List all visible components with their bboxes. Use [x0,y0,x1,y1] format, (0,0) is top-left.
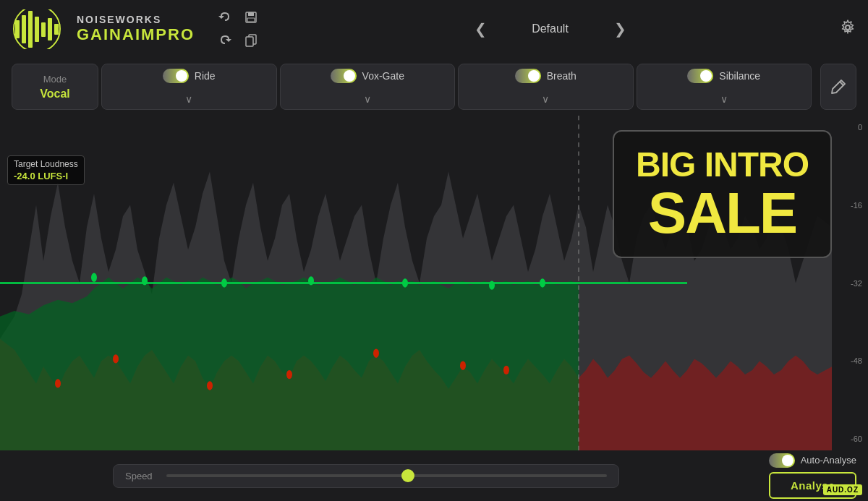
watermark: AUD.OZ [823,484,862,495]
svg-rect-2 [28,11,33,48]
copy-icon [244,33,258,48]
save-icon [244,10,258,25]
edit-button[interactable] [820,64,856,110]
speed-section: Speed [113,464,619,488]
svg-point-17 [91,273,97,282]
svg-rect-6 [54,24,59,35]
sale-big-intro-text: BIG INTRO [636,146,809,184]
mode-label: Mode [43,74,67,85]
svg-rect-9 [248,12,254,16]
sibilance-label: Sibilance [719,70,760,82]
gear-icon [839,19,856,36]
vox-gate-chevron[interactable]: ∨ [364,93,371,105]
copy-button[interactable] [241,30,261,51]
bottom-area: Speed Auto-Analyse Analyse [0,450,868,501]
brand-area: NOISEWORKS GAINAIMPRO [77,14,195,44]
breath-chevron[interactable]: ∨ [542,93,549,105]
vox-gate-section: Vox-Gate ∨ [280,64,456,110]
app-container: NOISEWORKS GAINAIMPRO [0,0,868,501]
redo-icon [218,33,232,48]
header-controls [215,7,261,51]
speed-label: Speed [125,471,158,481]
logo-icon [12,9,62,49]
save-button[interactable] [241,7,261,27]
svg-rect-12 [246,37,253,46]
speed-slider[interactable] [166,474,607,477]
db-label-60: -60 [833,434,862,443]
header: NOISEWORKS GAINAIMPRO [0,0,868,58]
svg-rect-5 [48,18,52,40]
header-controls-row-1 [215,7,261,27]
svg-rect-10 [247,18,255,22]
svg-point-29 [460,361,466,370]
auto-analyse-label: Auto-Analyse [801,455,856,466]
svg-marker-16 [0,278,579,450]
undo-button[interactable] [215,7,235,27]
header-controls-row-2 [215,30,261,51]
svg-rect-3 [35,17,39,42]
db-label-16: -16 [833,201,862,210]
vox-gate-label: Vox-Gate [362,70,404,82]
sibilance-toggle-row: Sibilance [649,69,800,83]
svg-point-30 [503,366,509,374]
ride-label: Ride [195,70,216,82]
target-loudness-label: Target Loudness -24.0 LUFS-I [7,155,85,185]
svg-point-13 [846,25,850,30]
vox-gate-toggle[interactable] [331,69,357,83]
ride-section: Ride ∨ [101,64,277,110]
svg-rect-4 [41,22,46,37]
sale-text: SALE [636,184,809,242]
db-label-48: -48 [833,356,862,365]
mode-value: Vocal [40,87,70,100]
preset-prev-button[interactable]: ❮ [469,17,493,40]
logo-area [12,9,62,49]
preset-nav: ❮ Default ❯ [270,17,830,40]
mode-section: Mode Vocal [12,64,98,110]
preset-next-button[interactable]: ❯ [608,17,632,40]
visualizer-area: Target Loudness -24.0 LUFS-I BIG INTRO S… [0,116,868,450]
svg-rect-0 [15,20,20,38]
ride-toggle[interactable] [163,69,189,83]
sibilance-toggle[interactable] [687,69,713,83]
undo-icon [218,10,232,25]
db-label-0: 0 [833,123,862,132]
svg-rect-1 [22,15,26,43]
svg-point-26 [207,381,213,390]
db-scale: 0 -16 -32 -48 -60 [833,116,862,450]
settings-button[interactable] [839,19,856,40]
preset-name: Default [507,22,594,35]
breath-toggle[interactable] [515,69,541,83]
breath-toggle-row: Breath [470,69,621,83]
target-loudness-title: Target Loudness [14,159,78,169]
sale-overlay: BIG INTRO SALE [613,130,832,258]
pencil-icon [830,79,846,95]
controls-bar: Mode Vocal Ride ∨ Vox-Gate ∨ Breath [0,58,868,116]
auto-analyse-row: Auto-Analyse [769,453,856,468]
sibilance-section: Sibilance ∨ [637,64,812,110]
svg-point-25 [113,354,119,363]
breath-label: Breath [547,70,576,82]
auto-analyse-toggle[interactable] [769,453,795,468]
db-label-32: -32 [833,279,862,288]
redo-button[interactable] [215,30,235,51]
breath-section: Breath ∨ [458,64,634,110]
ride-chevron[interactable]: ∨ [185,93,192,105]
target-loudness-value: -24.0 LUFS-I [14,171,78,181]
svg-point-27 [286,370,292,379]
vox-gate-toggle-row: Vox-Gate [292,69,443,83]
brand-name: NOISEWORKS [77,14,195,25]
ride-toggle-row: Ride [114,69,265,83]
sibilance-chevron[interactable]: ∨ [720,93,728,105]
svg-point-28 [373,349,379,358]
svg-point-24 [55,379,61,387]
product-name: GAINAIMPRO [77,25,195,44]
